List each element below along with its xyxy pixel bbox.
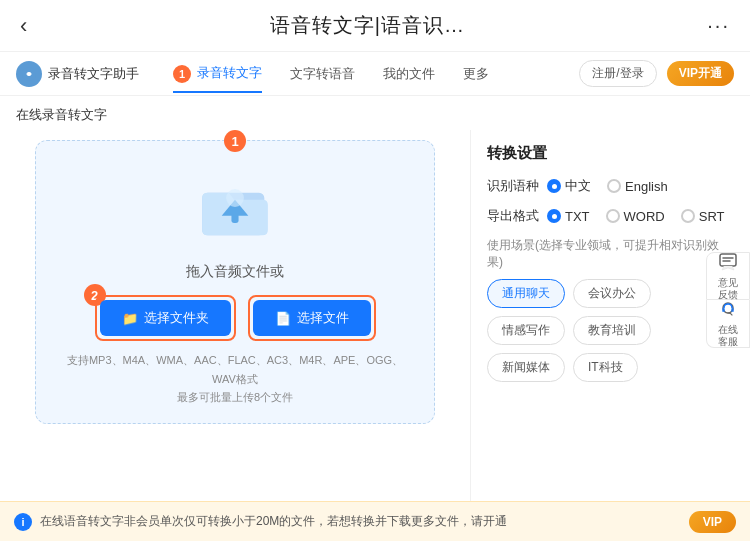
nav-right: 注册/登录 VIP开通 xyxy=(579,60,734,87)
tab-recording-to-text[interactable]: 1 录音转文字 xyxy=(159,54,276,93)
vip-button[interactable]: VIP开通 xyxy=(667,61,734,86)
folder-icon: 📁 xyxy=(122,311,138,326)
format-txt[interactable]: TXT xyxy=(547,209,590,224)
svg-point-5 xyxy=(226,189,244,207)
feedback-button[interactable]: 意见反馈 xyxy=(706,252,750,300)
svg-point-1 xyxy=(27,72,31,76)
language-english[interactable]: English xyxy=(607,179,668,194)
btn-outline-box: 📁 选择文件夹 xyxy=(95,295,236,341)
nav-bar: 录音转文字助手 1 录音转文字 文字转语音 我的文件 更多 注册/登录 VIP开… xyxy=(0,52,750,96)
language-chinese[interactable]: 中文 xyxy=(547,177,591,195)
nav-logo: 录音转文字助手 xyxy=(16,61,139,87)
btn-outline-box-2: 📄 选择文件 xyxy=(248,295,376,341)
bottom-vip-button[interactable]: VIP xyxy=(689,511,736,533)
feedback-label: 意见反馈 xyxy=(718,277,738,301)
drag-text: 拖入音频文件或 xyxy=(186,263,284,281)
language-chinese-label: 中文 xyxy=(565,177,591,195)
step1-badge: 1 xyxy=(224,130,246,152)
format-txt-label: TXT xyxy=(565,209,590,224)
svg-rect-6 xyxy=(720,254,736,266)
file-icon: 📄 xyxy=(275,311,291,326)
scene-tag-0[interactable]: 通用聊天 xyxy=(487,279,565,308)
back-button[interactable]: ‹ xyxy=(20,13,27,39)
tab-text-to-speech[interactable]: 文字转语音 xyxy=(276,55,369,93)
select-file-label: 选择文件 xyxy=(297,309,349,327)
service-icon xyxy=(718,299,738,321)
format-label: 导出格式 xyxy=(487,207,539,225)
logo-text: 录音转文字助手 xyxy=(48,65,139,83)
tab-my-files[interactable]: 我的文件 xyxy=(369,55,449,93)
feedback-icon xyxy=(718,252,738,274)
service-label: 在线客服 xyxy=(718,324,738,348)
svg-rect-9 xyxy=(731,308,734,312)
tab2-label: 文字转语音 xyxy=(290,66,355,81)
upload-icon xyxy=(190,161,280,251)
format-word[interactable]: WORD xyxy=(606,209,665,224)
radio-chinese xyxy=(547,179,561,193)
service-button[interactable]: 在线客服 xyxy=(706,300,750,348)
select-file-button[interactable]: 📄 选择文件 xyxy=(253,300,371,336)
radio-srt xyxy=(681,209,695,223)
select-folder-label: 选择文件夹 xyxy=(144,309,209,327)
radio-english xyxy=(607,179,621,193)
upload-formats: 支持MP3、M4A、WMA、AAC、FLAC、AC3、M4R、APE、OGG、W… xyxy=(56,351,414,407)
radio-word xyxy=(606,209,620,223)
scene-tag-4[interactable]: 新闻媒体 xyxy=(487,353,565,382)
format-srt-label: SRT xyxy=(699,209,725,224)
page-title: 语音转文字|语音识… xyxy=(270,12,465,39)
scene-tag-2[interactable]: 情感写作 xyxy=(487,316,565,345)
scene-tag-3[interactable]: 教育培训 xyxy=(573,316,651,345)
format-word-label: WORD xyxy=(624,209,665,224)
bottom-bar: i 在线语音转文字非会员单次仅可转换小于20M的文件，若想转换并下载更多文件，请… xyxy=(0,501,750,541)
settings-title: 转换设置 xyxy=(487,144,734,163)
page-subtitle: 在线录音转文字 xyxy=(0,96,750,130)
tab1-badge: 1 xyxy=(173,65,191,83)
language-english-label: English xyxy=(625,179,668,194)
formats-line2: 最多可批量上传8个文件 xyxy=(56,388,414,407)
scene-section: 使用场景(选择专业领域，可提升相对识别效果) 通用聊天会议办公情感写作教育培训新… xyxy=(487,237,734,382)
format-srt[interactable]: SRT xyxy=(681,209,725,224)
tab4-label: 更多 xyxy=(463,66,489,81)
scene-tag-1[interactable]: 会议办公 xyxy=(573,279,651,308)
select-folder-button[interactable]: 📁 选择文件夹 xyxy=(100,300,231,336)
scene-hint: 使用场景(选择专业领域，可提升相对识别效果) xyxy=(487,237,734,271)
language-label: 识别语种 xyxy=(487,177,539,195)
radio-txt xyxy=(547,209,561,223)
left-panel: 1 拖入音频文件或 2 📁 xyxy=(0,130,470,501)
login-button[interactable]: 注册/登录 xyxy=(579,60,656,87)
tab-more[interactable]: 更多 xyxy=(449,55,503,93)
top-bar: ‹ 语音转文字|语音识… ··· xyxy=(0,0,750,52)
language-setting-row: 识别语种 中文 English xyxy=(487,177,734,195)
scene-tags: 通用聊天会议办公情感写作教育培训新闻媒体IT科技 xyxy=(487,279,734,382)
format-setting-row: 导出格式 TXT WORD SRT xyxy=(487,207,734,225)
scene-tag-5[interactable]: IT科技 xyxy=(573,353,638,382)
language-radio-group: 中文 English xyxy=(547,177,668,195)
tab3-label: 我的文件 xyxy=(383,66,435,81)
main-content: 1 拖入音频文件或 2 📁 xyxy=(0,130,750,501)
formats-line1: 支持MP3、M4A、WMA、AAC、FLAC、AC3、M4R、APE、OGG、W… xyxy=(56,351,414,388)
tab1-label: 录音转文字 xyxy=(197,65,262,80)
format-radio-group: TXT WORD SRT xyxy=(547,209,725,224)
svg-rect-8 xyxy=(722,308,725,312)
floating-buttons: 意见反馈 在线客服 xyxy=(706,252,750,348)
nav-tabs: 1 录音转文字 文字转语音 我的文件 更多 xyxy=(159,54,579,93)
upload-area: 1 拖入音频文件或 2 📁 xyxy=(35,140,435,424)
more-button[interactable]: ··· xyxy=(707,14,730,37)
upload-buttons: 2 📁 选择文件夹 📄 选择文件 xyxy=(95,295,376,341)
bottom-text: 在线语音转文字非会员单次仅可转换小于20M的文件，若想转换并下载更多文件，请开通 xyxy=(40,513,681,530)
logo-icon xyxy=(16,61,42,87)
info-icon: i xyxy=(14,513,32,531)
